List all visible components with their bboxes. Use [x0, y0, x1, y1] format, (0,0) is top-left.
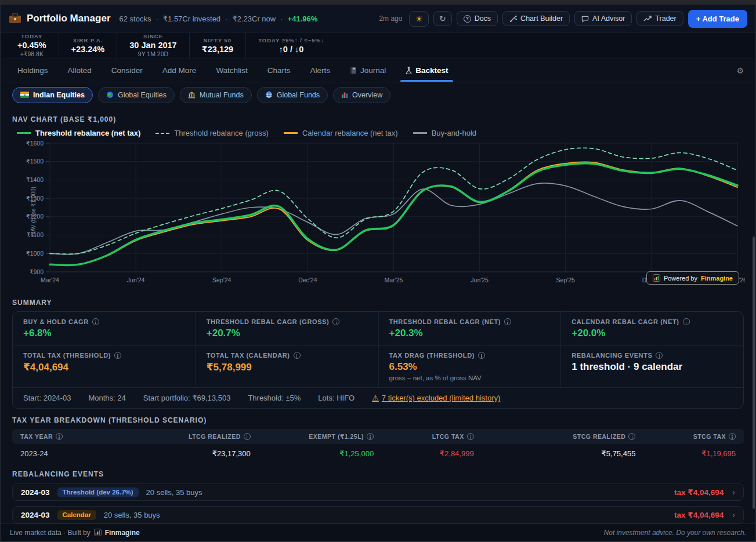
info-icon[interactable] [504, 318, 511, 325]
separator: · [225, 14, 227, 23]
stats-bar: TODAY +0.45% +₹98.8K XIRR P.A. +23.24% S… [1, 32, 755, 59]
tab-consider[interactable]: Consider [102, 59, 153, 82]
tab-alloted[interactable]: Alloted [58, 59, 102, 82]
event-row-calendar-2024-03[interactable]: 2024-03 Calendar 20 sells, 35 buys tax ₹… [12, 506, 744, 523]
info-icon[interactable] [467, 433, 474, 440]
briefcase-icon [9, 13, 21, 24]
tab-holdings[interactable]: Holdings [8, 59, 58, 82]
pill-indian-equities[interactable]: Indian Equities [12, 87, 93, 103]
theme-toggle-button[interactable]: ☀ [409, 11, 428, 27]
info-icon[interactable] [92, 318, 99, 325]
event-row-threshold-2024-03[interactable]: 2024-03 Threshold (dev 26.7%) 20 sells, … [12, 483, 744, 501]
asset-filter-bar: Indian Equities Global Equities Mutual F… [1, 82, 755, 107]
threshold-badge: Threshold (dev 26.7%) [57, 488, 139, 497]
stat-movers: TODAY ≥5%↑ / ≤−5%↓ ↑0 / ↓0 [246, 33, 337, 59]
docs-button[interactable]: ? Docs [457, 11, 498, 26]
summary-section: SUMMARY BUY & HOLD CAGR +6.8% THRESHOLD … [1, 293, 755, 409]
backtest-params-row: Start: 2024-03 Months: 24 Start portfoli… [13, 387, 743, 408]
tax-table-header-row: TAX YEAR LTCG REALIZED EXEMPT (₹1.25L) L… [12, 429, 744, 444]
info-icon[interactable] [114, 352, 121, 359]
window-title-strip [0, 0, 756, 5]
finmagine-logo-icon [653, 274, 660, 282]
invested-amount: ₹1.57Cr invested [163, 14, 220, 23]
pill-mutual-funds[interactable]: Mutual Funds [180, 87, 252, 103]
flask-icon [406, 67, 412, 74]
stcg-realized: ₹5,75,455 [482, 444, 644, 463]
tab-backtest[interactable]: Backtest [396, 59, 458, 82]
x-tick-label: Sep'24 [212, 277, 231, 283]
info-icon[interactable] [244, 433, 251, 440]
chat-bubble-icon [581, 15, 589, 23]
separator: · [155, 14, 158, 23]
legend-label: Threshold rebalance (net tax) [35, 129, 140, 137]
pill-overview[interactable]: Overview [333, 87, 390, 103]
chart-builder-button[interactable]: Chart Builder [502, 11, 570, 26]
x-tick-label: Sep'25 [556, 277, 576, 283]
app-window: Portfolio Manager 62 stocks · ₹1.57Cr in… [0, 5, 756, 542]
add-trade-button[interactable]: + Add Trade [688, 10, 747, 28]
powered-by-text: Powered by [664, 275, 697, 282]
tax-breakdown-title: TAX YEAR BREAKDOWN (THRESHOLD SCENARIO) [12, 416, 744, 424]
legend-item-0[interactable]: Threshold rebalance (net tax) [17, 129, 140, 137]
scrollbar-thumb[interactable] [753, 237, 755, 509]
warning-icon: ⚠ [372, 394, 379, 402]
pill-global-funds[interactable]: Global Funds [257, 87, 328, 103]
excluded-tickers-link[interactable]: ⚠ 7 ticker(s) excluded (limited history) [372, 394, 500, 402]
param-start-portfolio: Start portfolio: ₹69,13,503 [143, 394, 231, 402]
refresh-icon: ↻ [439, 14, 446, 23]
trader-button[interactable]: Trader [636, 11, 683, 26]
footer-brand: Finmagine [105, 529, 140, 537]
page-title: Portfolio Manager [27, 13, 111, 24]
tab-alerts[interactable]: Alerts [300, 59, 340, 82]
param-lots: Lots: HIFO [318, 394, 355, 402]
question-icon: ? [464, 15, 471, 23]
param-start: Start: 2024-03 [23, 394, 71, 402]
last-updated: 2m ago [379, 14, 402, 23]
tab-journal[interactable]: Journal [340, 59, 396, 82]
y-tick-label: ₹1400 [26, 176, 44, 183]
bank-icon [188, 92, 196, 99]
info-icon[interactable] [478, 352, 485, 359]
info-icon[interactable] [294, 352, 301, 359]
powered-by-badge[interactable]: Powered by Finmagine [646, 271, 739, 285]
legend-item-1[interactable]: Threshold rebalance (gross) [155, 129, 269, 137]
info-icon[interactable] [628, 433, 635, 440]
gear-icon: ⚙ [736, 66, 744, 75]
legend-swatch [155, 133, 169, 134]
x-tick-label: Jun'24 [127, 277, 145, 283]
tab-watchlist[interactable]: Watchlist [206, 59, 257, 82]
info-icon[interactable] [56, 433, 63, 440]
legend-item-2[interactable]: Calendar rebalance (net tax) [284, 129, 398, 137]
chevron-right-icon: › [732, 488, 735, 497]
info-icon[interactable] [367, 433, 374, 440]
tab-charts[interactable]: Charts [258, 59, 301, 82]
tab-add-more[interactable]: Add More [153, 59, 207, 82]
legend-label: Buy-and-hold [432, 129, 476, 137]
nav-chart: NAV (base ₹1,000) ₹900₹1000₹1100₹1200₹13… [12, 140, 744, 288]
refresh-button[interactable]: ↻ [433, 11, 452, 26]
info-icon[interactable] [332, 318, 339, 325]
summary-cell-rebalancing-events: REBALANCING EVENTS 1 threshold · 9 calen… [560, 345, 743, 387]
powered-by-brand: Finmagine [701, 275, 733, 282]
pill-global-equities[interactable]: Global Equities [98, 87, 175, 103]
calendar-badge: Calendar [57, 510, 96, 520]
info-icon[interactable] [729, 433, 736, 440]
legend-item-3[interactable]: Buy-and-hold [413, 129, 476, 137]
ltcg-tax: ₹2,84,999 [382, 444, 482, 463]
tax-table-row: 2023-24 ₹23,17,300 ₹1,25,000 ₹2,84,999 ₹… [12, 444, 744, 463]
summary-cell-calendar-net-cagr: CALENDAR REBAL CAGR (NET) +20.0% [560, 312, 743, 345]
ai-advisor-button[interactable]: AI Advisor [574, 11, 632, 26]
param-threshold: Threshold: ±5% [248, 394, 301, 402]
summary-title: SUMMARY [12, 299, 744, 307]
x-tick-label: Mar'25 [385, 277, 403, 283]
info-icon[interactable] [656, 352, 663, 359]
tab-settings-gear[interactable]: ⚙ [736, 59, 748, 82]
x-tick-label: Dec'24 [298, 277, 317, 283]
y-tick-label: ₹900 [30, 268, 44, 275]
trend-up-icon [643, 15, 652, 22]
summary-cell-total-tax-threshold: TOTAL TAX (THRESHOLD) ₹4,04,694 [13, 345, 196, 387]
info-icon[interactable] [683, 318, 690, 325]
nav-chart-svg: ₹900₹1000₹1100₹1200₹1300₹1400₹1500₹1600M… [12, 140, 745, 286]
y-tick-label: ₹1000 [26, 250, 44, 257]
finmagine-logo-icon [94, 529, 102, 536]
